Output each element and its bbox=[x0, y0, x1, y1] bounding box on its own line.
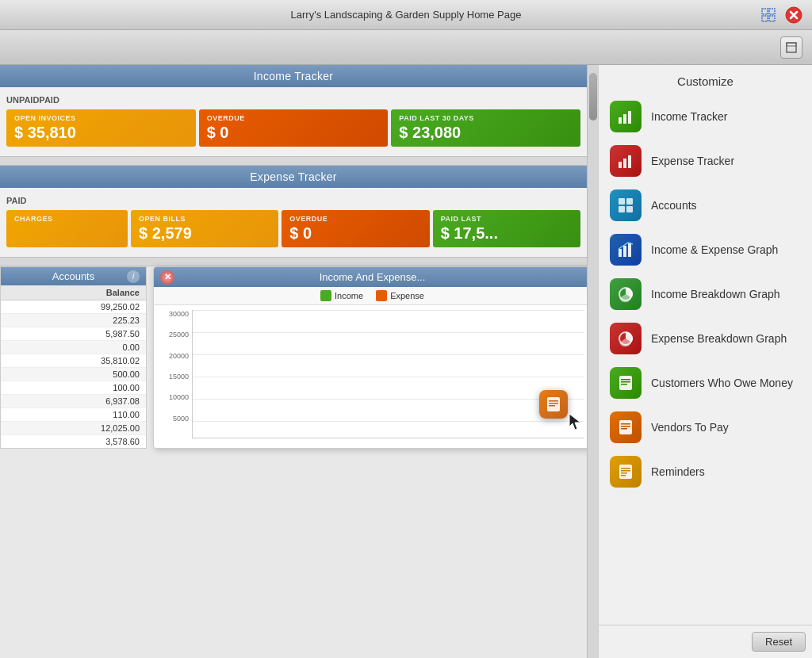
accounts-rows: 99,250.02 225.23 5,987.50 0.00 35,810.02… bbox=[1, 300, 146, 449]
sidebar-item-reminders[interactable]: Reminders bbox=[605, 450, 806, 494]
sidebar-footer: Reset bbox=[599, 625, 812, 658]
svg-rect-31 bbox=[621, 379, 630, 381]
customers-owe-label: Customers Who Owe Money bbox=[651, 377, 793, 389]
sidebar-item-vendors-to-pay[interactable]: Vendors To Pay bbox=[605, 405, 806, 450]
open-bills-label: OPEN BILLS bbox=[139, 215, 270, 223]
expense-paid-last-value: $ 17,5... bbox=[441, 224, 573, 243]
account-row[interactable]: 12,025.00 bbox=[1, 422, 146, 435]
sidebar-item-income-tracker[interactable]: Income Tracker bbox=[605, 94, 806, 139]
sidebar-item-income-breakdown[interactable]: Income Breakdown Graph bbox=[605, 272, 806, 316]
svg-rect-15 bbox=[619, 117, 622, 124]
grid-icon[interactable] bbox=[758, 5, 779, 25]
account-row[interactable]: 225.23 bbox=[1, 314, 146, 327]
svg-rect-11 bbox=[549, 400, 558, 402]
svg-rect-21 bbox=[619, 198, 625, 205]
svg-rect-18 bbox=[619, 162, 622, 168]
svg-rect-3 bbox=[769, 16, 775, 21]
account-row[interactable]: 3,578.60 bbox=[1, 435, 146, 449]
balance-col-header: Balance bbox=[1, 285, 146, 300]
vendors-drag-icon[interactable] bbox=[539, 390, 568, 419]
gridline bbox=[193, 310, 584, 311]
open-invoices-card[interactable]: OPEN INVOICES $ 35,810 bbox=[6, 109, 196, 147]
sidebar-item-expense-tracker[interactable]: Expense Tracker bbox=[605, 139, 806, 183]
account-row[interactable]: 99,250.02 bbox=[1, 300, 146, 314]
income-overdue-card[interactable]: OVERDUE $ 0 bbox=[199, 109, 389, 147]
graph-section: ✕ Income And Expense... Income Expense bbox=[153, 266, 592, 449]
income-legend-dot bbox=[320, 290, 331, 301]
paid-last-card[interactable]: PAID LAST 30 DAYS $ 23,080 bbox=[391, 109, 580, 147]
sidebar-item-accounts[interactable]: Accounts bbox=[605, 183, 806, 228]
expense-tracker-cards: CHARGES OPEN BILLS $ 2,579 OVERDUE $ 0 P… bbox=[0, 207, 587, 251]
svg-rect-17 bbox=[628, 111, 631, 124]
svg-rect-25 bbox=[619, 249, 622, 257]
main-layout: Income Tracker UNPAID PAID OPEN INVOICES… bbox=[0, 65, 812, 658]
scroll-track[interactable] bbox=[587, 65, 598, 658]
sidebar-item-expense-breakdown[interactable]: Expense Breakdown Graph bbox=[605, 316, 806, 361]
expense-breakdown-icon bbox=[610, 323, 642, 354]
expense-tracker-label: Expense Tracker bbox=[651, 155, 734, 167]
gridlines bbox=[193, 310, 584, 422]
unpaid-label: UNPAID bbox=[6, 95, 39, 105]
account-row[interactable]: 6,937.08 bbox=[1, 395, 146, 408]
graph-close-btn[interactable]: ✕ bbox=[160, 270, 174, 285]
income-tracker-header: Income Tracker bbox=[0, 65, 587, 87]
account-row[interactable]: 0.00 bbox=[1, 341, 146, 354]
open-bills-card[interactable]: OPEN BILLS $ 2,579 bbox=[131, 210, 278, 247]
graph-header: ✕ Income And Expense... bbox=[154, 267, 591, 287]
income-breakdown-icon bbox=[610, 278, 642, 310]
graph-legend: Income Expense bbox=[154, 287, 591, 305]
gridline bbox=[193, 377, 584, 377]
svg-rect-2 bbox=[762, 16, 768, 21]
svg-rect-12 bbox=[549, 403, 558, 404]
expense-overdue-card[interactable]: OVERDUE $ 0 bbox=[282, 210, 429, 247]
expense-breakdown-label: Expense Breakdown Graph bbox=[651, 332, 787, 345]
expense-legend-dot bbox=[376, 290, 387, 301]
svg-rect-33 bbox=[621, 384, 627, 385]
income-tracker-cards: OPEN INVOICES $ 35,810 OVERDUE $ 0 PAID … bbox=[0, 106, 587, 150]
info-icon[interactable]: i bbox=[127, 270, 140, 283]
charges-value bbox=[14, 224, 120, 237]
paid-last-value: $ 23,080 bbox=[399, 124, 573, 142]
income-breakdown-label: Income Breakdown Graph bbox=[651, 288, 780, 300]
help-icon[interactable] bbox=[783, 5, 804, 25]
window-title: Larry's Landscaping & Garden Supply Home… bbox=[291, 9, 522, 21]
accounts-icon bbox=[610, 189, 642, 221]
svg-rect-39 bbox=[621, 468, 630, 469]
charges-card[interactable]: CHARGES bbox=[6, 210, 128, 247]
svg-marker-14 bbox=[569, 414, 580, 430]
svg-rect-8 bbox=[787, 43, 796, 52]
vendors-to-pay-icon bbox=[610, 411, 642, 443]
reminders-icon bbox=[610, 456, 642, 488]
gridline bbox=[193, 421, 584, 422]
bottom-area: Accounts i Balance 99,250.02 225.23 5,98… bbox=[0, 266, 598, 449]
sidebar-item-income-expense-graph[interactable]: Income & Expense Graph bbox=[605, 228, 806, 272]
svg-rect-38 bbox=[619, 465, 632, 479]
graph-body: 30000 25000 20000 15000 10000 5000 bbox=[154, 305, 591, 440]
expense-tracker-body: PAID CHARGES OPEN BILLS $ 2,579 OVERDUE … bbox=[0, 188, 587, 257]
window-btn[interactable] bbox=[780, 36, 802, 59]
account-row[interactable]: 35,810.02 bbox=[1, 354, 146, 368]
reset-button[interactable]: Reset bbox=[752, 632, 806, 652]
svg-rect-30 bbox=[619, 376, 632, 390]
sidebar-item-customers-owe[interactable]: Customers Who Owe Money bbox=[605, 361, 806, 405]
income-tracker-section: Income Tracker UNPAID PAID OPEN INVOICES… bbox=[0, 65, 598, 156]
account-row[interactable]: 500.00 bbox=[1, 368, 146, 381]
scroll-thumb[interactable] bbox=[589, 73, 597, 121]
account-row[interactable]: 100.00 bbox=[1, 381, 146, 395]
customize-sidebar: Customize Income Tracker bbox=[598, 65, 812, 658]
expense-paid-last-label: PAID LAST bbox=[441, 215, 573, 223]
open-invoices-label: OPEN INVOICES bbox=[14, 114, 188, 122]
customers-owe-icon bbox=[610, 367, 642, 399]
account-row[interactable]: 110.00 bbox=[1, 408, 146, 422]
expense-paid-last-card[interactable]: PAID LAST $ 17,5... bbox=[433, 210, 580, 247]
open-invoices-value: $ 35,810 bbox=[14, 124, 188, 142]
expense-tracker-section: Expense Tracker PAID CHARGES OPEN BILLS … bbox=[0, 166, 598, 257]
svg-rect-40 bbox=[621, 470, 630, 472]
svg-rect-10 bbox=[547, 397, 560, 411]
svg-rect-35 bbox=[621, 423, 630, 425]
svg-rect-22 bbox=[626, 198, 633, 205]
expense-paid-label: PAID bbox=[6, 196, 26, 205]
chart-area bbox=[192, 310, 584, 438]
svg-rect-24 bbox=[626, 206, 633, 212]
account-row[interactable]: 5,987.50 bbox=[1, 327, 146, 341]
